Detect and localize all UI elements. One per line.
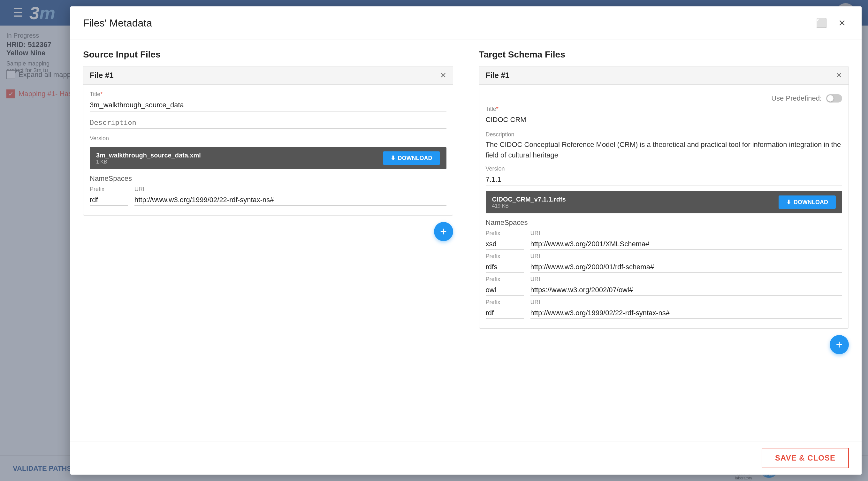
use-predefined-toggle[interactable] <box>826 94 842 102</box>
target-ns-header-3: Prefix URI <box>486 299 842 306</box>
source-file-close-button[interactable]: ✕ <box>440 71 446 80</box>
source-description-input[interactable] <box>90 117 446 129</box>
target-file-header-label: File #1 <box>486 71 836 80</box>
files-metadata-modal: Files' Metadata ⬜ ✕ Source Input Files F… <box>70 6 862 475</box>
source-download-label: DOWNLOAD <box>398 155 432 161</box>
use-predefined-label: Use Predefined: <box>771 94 822 102</box>
source-file-name: 3m_walkthrough_source_data.xml <box>96 152 380 159</box>
modal-body: Source Input Files File #1 ✕ Title* <box>70 40 862 441</box>
source-file-card-header: File #1 ✕ <box>83 66 453 85</box>
source-ns-header-row: Prefix URI <box>90 186 446 192</box>
source-version-group: Version <box>90 135 446 142</box>
source-file-size: 1 KB <box>96 159 380 165</box>
target-ns-row-0 <box>486 239 842 250</box>
target-ns-uri-input-0[interactable] <box>530 239 842 250</box>
source-title-input[interactable] <box>90 99 446 112</box>
source-title-group: Title* <box>90 91 446 112</box>
target-file-card: File #1 ✕ Use Predefined: Title* <box>479 66 849 329</box>
target-file-card-body: Use Predefined: Title* Des <box>479 85 849 328</box>
target-ns-prefix-input-0[interactable] <box>486 239 524 250</box>
target-panel-title: Target Schema Files <box>479 50 849 60</box>
target-download-icon: ⬇ <box>786 199 791 206</box>
source-ns-prefix-label: Prefix <box>90 186 128 192</box>
target-ns-prefix-label-3: Prefix <box>486 299 524 306</box>
target-description-group: Description The CIDOC Conceptual Referen… <box>486 131 842 160</box>
source-ns-row-0 <box>90 194 446 206</box>
target-ns-prefix-input-3[interactable] <box>486 307 524 319</box>
save-close-button[interactable]: SAVE & CLOSE <box>762 448 849 468</box>
target-file-info: CIDOC_CRM_v7.1.1.rdfs 419 KB <box>492 196 776 209</box>
source-ns-uri-label: URI <box>134 186 446 192</box>
toggle-knob <box>827 95 834 101</box>
source-panel: Source Input Files File #1 ✕ Title* <box>70 40 466 441</box>
target-ns-uri-input-1[interactable] <box>530 262 842 273</box>
source-description-group <box>90 117 446 130</box>
source-ns-prefix-input-0[interactable] <box>90 194 128 206</box>
target-ns-prefix-input-1[interactable] <box>486 262 524 273</box>
modal-footer: SAVE & CLOSE <box>70 441 862 475</box>
source-add-row: + <box>83 216 453 241</box>
target-file-close-button[interactable]: ✕ <box>836 71 842 80</box>
target-ns-prefix-label-0: Prefix <box>486 230 524 237</box>
target-title-label: Title* <box>486 106 842 113</box>
source-panel-title: Source Input Files <box>83 50 453 60</box>
target-add-row: + <box>479 329 849 354</box>
target-ns-prefix-label-1: Prefix <box>486 253 524 260</box>
target-ns-header-1: Prefix URI <box>486 253 842 260</box>
target-ns-header-2: Prefix URI <box>486 276 842 283</box>
target-file-card-header: File #1 ✕ <box>479 66 849 85</box>
target-download-button[interactable]: ⬇ DOWNLOAD <box>779 196 836 209</box>
source-file-card: File #1 ✕ Title* <box>83 66 453 216</box>
target-download-label: DOWNLOAD <box>794 199 828 206</box>
target-file-download-row: CIDOC_CRM_v7.1.1.rdfs 419 KB ⬇ DOWNLOAD <box>486 191 842 213</box>
target-ns-uri-label-1: URI <box>530 253 842 260</box>
target-ns-row-2 <box>486 284 842 296</box>
modal-header: Files' Metadata ⬜ ✕ <box>70 6 862 40</box>
target-add-button[interactable]: + <box>830 335 849 354</box>
modal-title: Files' Metadata <box>83 17 814 29</box>
target-ns-uri-input-2[interactable] <box>530 284 842 296</box>
target-ns-row-3 <box>486 307 842 319</box>
source-title-label: Title* <box>90 91 446 98</box>
modal-header-icons: ⬜ ✕ <box>814 16 849 30</box>
target-ns-header-0: Prefix URI <box>486 230 842 237</box>
target-ns-row-1 <box>486 262 842 273</box>
source-file-header-label: File #1 <box>90 71 440 80</box>
source-namespaces-title: NameSpaces <box>90 174 446 183</box>
target-version-input[interactable] <box>486 174 842 186</box>
source-file-info: 3m_walkthrough_source_data.xml 1 KB <box>96 152 380 165</box>
source-download-button[interactable]: ⬇ DOWNLOAD <box>383 151 440 165</box>
source-add-button[interactable]: + <box>434 222 453 241</box>
target-ns-prefix-input-2[interactable] <box>486 284 524 296</box>
target-version-label: Version <box>486 166 842 172</box>
target-title-group: Title* <box>486 106 842 126</box>
target-file-name: CIDOC_CRM_v7.1.1.rdfs <box>492 196 776 203</box>
target-version-group: Version <box>486 166 842 186</box>
target-ns-uri-label-0: URI <box>530 230 842 237</box>
target-namespaces-title: NameSpaces <box>486 218 842 227</box>
maximize-button[interactable]: ⬜ <box>814 16 828 30</box>
target-ns-uri-label-3: URI <box>530 299 842 306</box>
target-description-text: The CIDOC Conceptual Reference Model (CR… <box>486 139 842 160</box>
download-icon: ⬇ <box>391 155 395 161</box>
source-file-download-row: 3m_walkthrough_source_data.xml 1 KB ⬇ DO… <box>90 147 446 169</box>
use-predefined-row: Use Predefined: <box>486 91 842 106</box>
target-ns-prefix-label-2: Prefix <box>486 276 524 283</box>
target-title-input[interactable] <box>486 114 842 126</box>
target-ns-uri-input-3[interactable] <box>530 307 842 319</box>
target-file-size: 419 KB <box>492 203 776 209</box>
target-panel: Target Schema Files File #1 ✕ Use Predef… <box>466 40 862 441</box>
target-ns-uri-label-2: URI <box>530 276 842 283</box>
target-description-label: Description <box>486 131 842 138</box>
modal-close-button[interactable]: ✕ <box>835 16 849 30</box>
source-version-label: Version <box>90 135 446 142</box>
source-file-card-body: Title* Version 3m_wa <box>83 85 453 215</box>
source-ns-uri-input-0[interactable] <box>134 194 446 206</box>
